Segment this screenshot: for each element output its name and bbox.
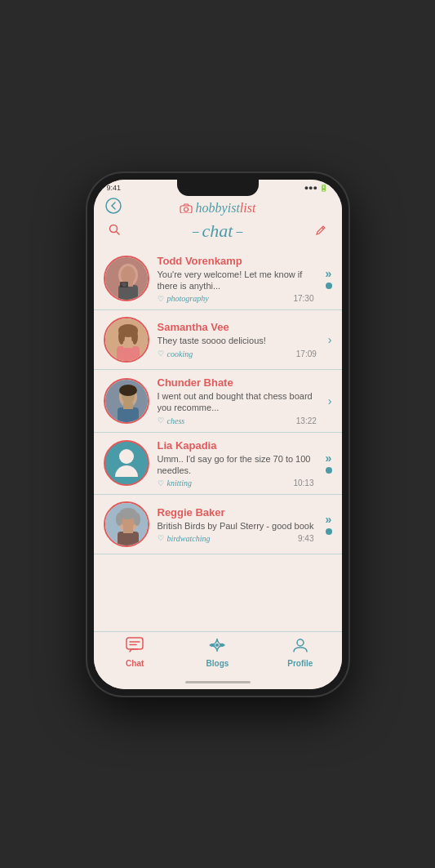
header-top: hobbyistlist <box>105 201 331 216</box>
app-logo: hobbyistlist <box>180 201 256 216</box>
svg-rect-34 <box>123 526 133 533</box>
last-message: British Birds by Paul Sterry - good book <box>158 520 314 532</box>
chat-meta: ♡ chess 13:22 <box>158 416 317 425</box>
svg-line-4 <box>116 232 119 235</box>
chat-title-row: – chat – <box>105 219 331 245</box>
avatar <box>104 378 149 424</box>
hobby-icon: ♡ <box>158 295 164 303</box>
chat-content: Reggie Baker British Birds by Paul Sterr… <box>158 506 314 543</box>
svg-rect-35 <box>127 638 143 649</box>
contact-name: Lia Kapadia <box>158 439 314 452</box>
message-time: 17:09 <box>296 349 317 358</box>
blogs-tab-label: Blogs <box>206 659 229 668</box>
hobby-icon: ♡ <box>158 416 164 425</box>
page-title: chat <box>202 220 233 242</box>
chat-content: Chunder Bhate I went out and bought that… <box>158 376 317 425</box>
avatar <box>104 440 149 486</box>
svg-rect-33 <box>118 532 139 547</box>
status-time: 9:41 <box>107 184 122 192</box>
profile-tab-icon <box>292 637 308 657</box>
svg-rect-26 <box>123 403 133 409</box>
hobby-icon: ♡ <box>158 349 164 358</box>
svg-rect-1 <box>180 206 192 213</box>
compose-icon[interactable] <box>316 224 327 238</box>
svg-rect-19 <box>117 346 140 363</box>
chat-tab-icon <box>126 637 144 657</box>
svg-point-31 <box>116 513 122 526</box>
tab-bar: Chat Blogs <box>94 631 342 676</box>
last-message: You're very welcome! Let me know if ther… <box>158 269 314 292</box>
message-time: 10:13 <box>293 479 313 487</box>
chat-arrow: › <box>328 334 332 345</box>
svg-rect-25 <box>118 407 139 424</box>
contact-name: Todd Vorenkamp <box>158 255 314 267</box>
chat-list: Todd Vorenkamp You're very welcome! Let … <box>94 248 342 631</box>
single-arrow-icon: › <box>328 395 332 407</box>
chat-tab-label: Chat <box>126 659 144 668</box>
svg-rect-20 <box>123 341 133 348</box>
contact-name: Samantha Vee <box>158 321 317 333</box>
profile-tab-label: Profile <box>287 659 313 668</box>
avatar <box>104 317 149 363</box>
list-item[interactable]: Samantha Vee They taste soooo delicious!… <box>94 310 342 370</box>
hobby-tag: photography <box>167 294 209 303</box>
single-arrow-icon: › <box>328 334 332 345</box>
logo-text: hobbyistlist <box>196 201 256 216</box>
header: hobbyistlist – chat – <box>94 196 342 248</box>
last-message: I went out and bought that chess board y… <box>158 390 317 414</box>
tab-blogs[interactable]: Blogs <box>176 637 259 668</box>
avatar-body <box>115 465 138 477</box>
chat-meta: ♡ birdwatching 9:43 <box>158 534 314 543</box>
hobby-icon: ♡ <box>158 479 164 487</box>
list-item[interactable]: Lia Kapadia Umm.. I'd say go for the siz… <box>94 433 342 496</box>
message-time: 9:43 <box>298 534 313 543</box>
search-icon[interactable] <box>109 224 120 238</box>
svg-point-24 <box>119 385 137 396</box>
last-message: Umm.. I'd say go for the size 70 to 100 … <box>158 453 314 477</box>
avatar <box>104 501 149 547</box>
status-icons: ●●● 🔋 <box>304 184 329 192</box>
chat-content: Samantha Vee They taste soooo delicious!… <box>158 321 317 358</box>
avatar <box>104 256 149 301</box>
chat-meta: ♡ cooking 17:09 <box>158 349 317 358</box>
hobby-icon: ♡ <box>158 534 164 542</box>
message-time: 17:30 <box>293 294 313 303</box>
home-bar <box>185 681 251 683</box>
chat-content: Todd Vorenkamp You're very welcome! Let … <box>158 255 314 304</box>
phone-screen: 9:41 ●●● 🔋 <box>94 180 342 689</box>
contact-name: Chunder Bhate <box>158 376 317 389</box>
blogs-tab-icon <box>208 637 226 657</box>
list-item[interactable]: Chunder Bhate I went out and bought that… <box>94 370 342 433</box>
unread-dot <box>326 283 332 289</box>
svg-point-12 <box>122 283 126 287</box>
last-message: They taste soooo delicious! <box>158 335 317 346</box>
list-item[interactable]: Reggie Baker British Birds by Paul Sterr… <box>94 495 342 554</box>
tab-profile[interactable]: Profile <box>259 637 341 668</box>
list-item[interactable]: Todd Vorenkamp You're very welcome! Let … <box>94 248 342 311</box>
tab-chat[interactable]: Chat <box>94 637 176 668</box>
home-indicator <box>94 676 342 689</box>
chat-meta: ♡ photography 17:30 <box>158 294 314 303</box>
contact-name: Reggie Baker <box>158 506 314 519</box>
message-time: 13:22 <box>296 416 317 425</box>
phone-device: 9:41 ●●● 🔋 <box>87 173 348 696</box>
chat-content: Lia Kapadia Umm.. I'd say go for the siz… <box>158 439 314 488</box>
unread-dot <box>326 467 332 474</box>
svg-point-32 <box>134 513 140 526</box>
back-button[interactable] <box>105 198 122 218</box>
svg-line-5 <box>322 228 323 229</box>
svg-point-2 <box>184 207 188 211</box>
double-arrow-icon: » <box>326 514 332 525</box>
svg-point-38 <box>215 643 219 647</box>
hobby-tag: knitting <box>167 479 193 487</box>
svg-point-0 <box>106 198 121 213</box>
hobby-tag: cooking <box>167 349 193 358</box>
chat-arrow: » <box>326 268 332 289</box>
chat-arrow: › <box>328 395 332 407</box>
unread-dot <box>326 528 332 535</box>
double-arrow-icon: » <box>326 268 332 279</box>
svg-point-39 <box>297 639 304 646</box>
hobby-tag: birdwatching <box>167 534 211 543</box>
phone-notch <box>177 180 259 196</box>
hobby-tag: chess <box>167 416 185 425</box>
